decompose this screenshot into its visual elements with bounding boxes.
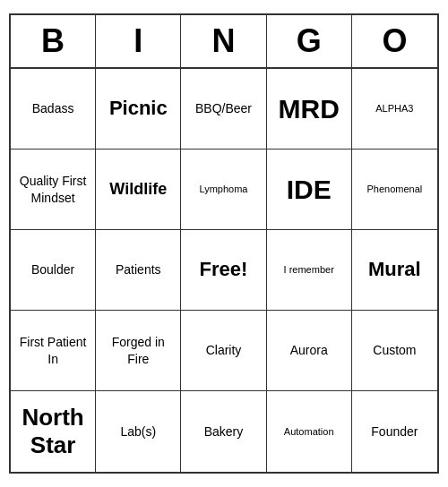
bingo-cell: Aurora: [267, 311, 352, 391]
bingo-cell: Mural: [352, 230, 437, 311]
bingo-cell: Quality First Mindset: [11, 150, 96, 230]
bingo-cell: First Patient In: [11, 311, 96, 391]
bingo-cell: Boulder: [11, 230, 96, 311]
bingo-cell: Automation: [267, 391, 352, 472]
bingo-cell: Lab(s): [96, 391, 181, 472]
bingo-card: BINGO BadassPicnicBBQ/BeerMRDALPHA3Quali…: [9, 13, 439, 474]
bingo-cell: IDE: [267, 150, 352, 230]
bingo-cell: Clarity: [181, 311, 266, 391]
bingo-cell: I remember: [267, 230, 352, 311]
bingo-grid: BadassPicnicBBQ/BeerMRDALPHA3Quality Fir…: [11, 69, 437, 472]
bingo-cell: Founder: [352, 391, 437, 472]
bingo-cell: Badass: [11, 69, 96, 150]
header-letter: N: [181, 15, 266, 67]
bingo-cell: Lymphoma: [181, 150, 266, 230]
bingo-cell: Free!: [181, 230, 266, 311]
bingo-cell: MRD: [267, 69, 352, 150]
bingo-cell: Custom: [352, 311, 437, 391]
header-letter: G: [267, 15, 352, 67]
bingo-cell: Bakery: [181, 391, 266, 472]
bingo-cell: Phenomenal: [352, 150, 437, 230]
bingo-cell: Forged in Fire: [96, 311, 181, 391]
bingo-cell: ALPHA3: [352, 69, 437, 150]
header-letter: B: [11, 15, 96, 67]
header-letter: O: [352, 15, 437, 67]
bingo-cell: Patients: [96, 230, 181, 311]
bingo-header: BINGO: [11, 15, 437, 69]
bingo-cell: Wildlife: [96, 150, 181, 230]
header-letter: I: [96, 15, 181, 67]
bingo-cell: BBQ/Beer: [181, 69, 266, 150]
bingo-cell: Picnic: [96, 69, 181, 150]
bingo-cell: North Star: [11, 391, 96, 472]
